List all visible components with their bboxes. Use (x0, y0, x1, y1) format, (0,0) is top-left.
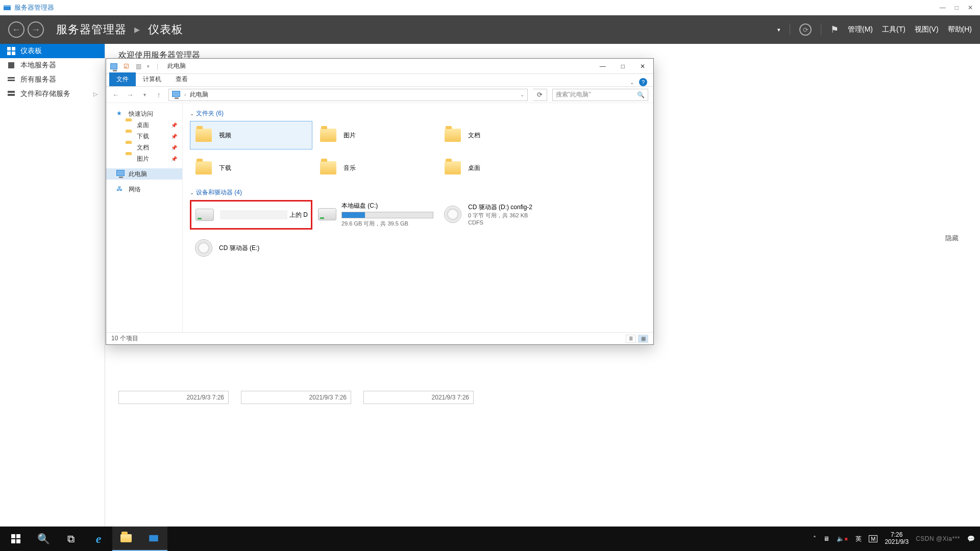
device-item-e-cd[interactable]: CD 驱动器 (E:) (190, 234, 312, 262)
tray-date: 2021/9/3 (885, 539, 909, 546)
nav-quick-pictures[interactable]: 图片 📌 (106, 153, 182, 164)
tile-timestamp[interactable]: 2021/9/3 7:26 (363, 391, 474, 404)
qat-properties-icon[interactable]: ☑ (122, 63, 130, 70)
smwin-min-button[interactable]: — (940, 4, 946, 11)
view-details-button[interactable]: ≣ (626, 335, 636, 343)
folder-item-pictures[interactable]: 图片 (314, 121, 437, 149)
sidebar-item-local-server[interactable]: 本地服务器 (0, 58, 105, 72)
svg-rect-1 (4, 5, 11, 7)
tray-volume-icon[interactable]: 🔈✖ (837, 535, 848, 542)
taskbar-explorer-button[interactable] (112, 527, 140, 551)
tray-network-icon[interactable]: 🖥 (823, 535, 829, 542)
smwin-close-button[interactable]: ✕ (968, 4, 973, 11)
nav-quick-documents[interactable]: 文档 📌 (106, 142, 182, 153)
sidebar-item-file-storage[interactable]: 文件和存储服务 ▷ (0, 87, 105, 101)
nav-quick-access[interactable]: ★ 快速访问 (106, 108, 182, 119)
storage-icon (7, 90, 15, 98)
sidebar-item-label: 仪表板 (20, 46, 42, 56)
folder-item-desktop[interactable]: 桌面 (439, 154, 561, 182)
view-tiles-button[interactable]: ▦ (638, 335, 648, 343)
breadcrumb[interactable]: 服务器管理器 ▸ 仪表板 (56, 22, 183, 37)
svg-rect-11 (11, 534, 15, 538)
start-button[interactable] (2, 527, 30, 551)
action-center-icon[interactable]: 💬 (967, 535, 975, 542)
divider (821, 24, 821, 35)
ribbon-tab-view[interactable]: 查看 (168, 72, 195, 86)
ime-mode[interactable]: M (869, 535, 877, 542)
exwin-max-button[interactable]: □ (621, 63, 625, 70)
explorer-ribbon: 文件 计算机 查看 ⌄ ? (106, 74, 653, 87)
taskbar-search-button[interactable]: 🔍 (30, 527, 57, 551)
chevron-right-icon: ▷ (93, 91, 97, 97)
folder-item-music[interactable]: 音乐 (314, 154, 437, 182)
device-item-d-cd[interactable]: CD 驱动器 (D:) config-2 0 字节 可用，共 362 KB CD… (439, 200, 561, 229)
dropdown-caret-icon[interactable]: ▾ (777, 27, 780, 33)
cd-icon (193, 238, 214, 258)
videos-icon (193, 125, 214, 145)
search-input[interactable]: 搜索"此电脑" 🔍 (552, 89, 648, 101)
sidebar-item-label: 文件和存储服务 (20, 89, 70, 98)
sidebar-item-dashboard[interactable]: 仪表板 (0, 44, 105, 58)
nav-quick-downloads[interactable]: 下载 📌 (106, 131, 182, 142)
taskbar-ie-button[interactable]: e (85, 527, 112, 551)
pc-icon (172, 91, 180, 99)
explorer-title: 此电脑 (167, 62, 186, 70)
exwin-min-button[interactable]: — (600, 63, 606, 70)
sidebar-item-all-servers[interactable]: 所有服务器 (0, 72, 105, 87)
help-icon[interactable]: ? (639, 78, 647, 86)
pin-icon: 📌 (171, 156, 177, 162)
svg-rect-6 (8, 62, 14, 68)
taskbar-server-manager-button[interactable] (140, 527, 167, 551)
banner-back-button[interactable]: ← (8, 21, 24, 38)
device-item-c-drive[interactable]: 本地磁盘 (C:) 29.6 GB 可用，共 39.5 GB (314, 200, 437, 229)
banner-forward-button[interactable]: → (28, 21, 44, 38)
refresh-icon[interactable]: ⟳ (799, 23, 812, 36)
menu-help[interactable]: 帮助(H) (948, 25, 972, 34)
nav-back-button[interactable]: ← (111, 91, 120, 99)
addr-dropdown-icon[interactable]: ⌄ (520, 92, 524, 97)
item-label: 图片 (344, 131, 356, 140)
group-header-folders[interactable]: ⌄ 文件夹 (6) (190, 109, 646, 118)
tile-timestamp[interactable]: 2021/9/3 7:26 (241, 391, 351, 404)
task-view-button[interactable]: ⧉ (57, 527, 85, 551)
item-label: CD 驱动器 (E:) (219, 244, 259, 253)
qat-dropdown-icon[interactable]: ▾ (147, 64, 150, 69)
nav-this-pc[interactable]: 此电脑 (106, 168, 182, 180)
ribbon-tab-computer[interactable]: 计算机 (136, 72, 168, 86)
explorer-app-icon[interactable] (110, 63, 117, 70)
menu-view[interactable]: 视图(V) (915, 25, 939, 34)
folders-grid: 视频 图片 文档 下载 音乐 (190, 121, 646, 182)
hide-link[interactable]: 隐藏 (945, 234, 959, 243)
server-manager-sidebar: 仪表板 本地服务器 所有服务器 文件和存储服务 ▷ (0, 44, 105, 527)
svg-rect-5 (12, 52, 15, 55)
folder-item-videos[interactable]: 视频 (190, 121, 312, 149)
notifications-flag-icon[interactable]: ⚑ (830, 24, 839, 35)
device-item-remote-d[interactable]: 上的 D (190, 200, 312, 230)
address-refresh-button[interactable]: ⟳ (533, 89, 547, 101)
ime-lang[interactable]: 英 (855, 535, 862, 543)
group-header-devices[interactable]: ⌄ 设备和驱动器 (4) (190, 188, 646, 197)
tray-overflow-icon[interactable]: ˄ (813, 535, 816, 542)
item-label: 视频 (219, 131, 231, 140)
nav-quick-desktop[interactable]: 桌面 📌 (106, 119, 182, 131)
address-input[interactable]: › 此电脑 ⌄ (168, 89, 528, 101)
ribbon-expand-icon[interactable]: ⌄ (630, 80, 634, 85)
divider: | (157, 63, 158, 70)
tray-clock[interactable]: 7:26 2021/9/3 (885, 532, 909, 546)
menu-tools[interactable]: 工具(T) (882, 25, 905, 34)
ribbon-tab-file[interactable]: 文件 (109, 72, 136, 86)
tile-timestamp[interactable]: 2021/9/3 7:26 (118, 391, 229, 404)
nav-history-dropdown[interactable]: ▾ (140, 92, 149, 97)
folder-item-documents[interactable]: 文档 (439, 121, 561, 149)
smwin-max-button[interactable]: □ (955, 4, 959, 11)
nav-network[interactable]: 🖧 网络 (106, 184, 182, 195)
exwin-close-button[interactable]: ✕ (640, 63, 645, 70)
nav-forward-button[interactable]: → (126, 91, 135, 99)
folder-item-downloads[interactable]: 下载 (190, 154, 312, 182)
folder-icon (125, 155, 133, 163)
nav-label: 图片 (137, 155, 149, 163)
menu-manage[interactable]: 管理(M) (848, 25, 873, 34)
qat-new-icon[interactable]: ▥ (135, 63, 142, 70)
nav-up-button[interactable]: ↑ (154, 91, 163, 99)
cd-icon (443, 204, 463, 224)
